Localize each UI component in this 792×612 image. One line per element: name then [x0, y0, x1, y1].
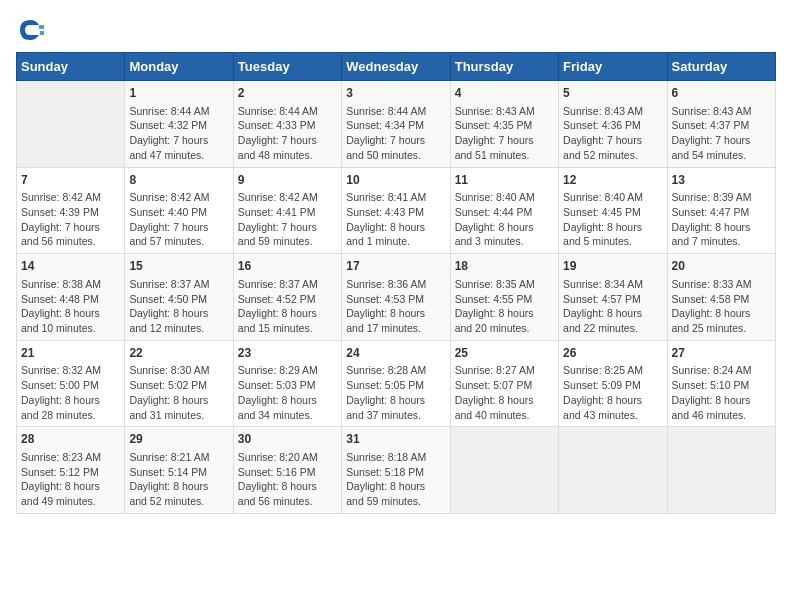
cell-content: Sunrise: 8:36 AM Sunset: 4:53 PM Dayligh… [346, 277, 445, 336]
cell-content: Sunrise: 8:43 AM Sunset: 4:35 PM Dayligh… [455, 104, 554, 163]
day-number: 12 [563, 172, 662, 189]
day-number: 23 [238, 345, 337, 362]
day-number: 3 [346, 85, 445, 102]
calendar-cell: 29Sunrise: 8:21 AM Sunset: 5:14 PM Dayli… [125, 427, 233, 514]
day-number: 11 [455, 172, 554, 189]
calendar-cell: 10Sunrise: 8:41 AM Sunset: 4:43 PM Dayli… [342, 167, 450, 254]
calendar-cell: 23Sunrise: 8:29 AM Sunset: 5:03 PM Dayli… [233, 340, 341, 427]
header-day-monday: Monday [125, 53, 233, 81]
day-number: 17 [346, 258, 445, 275]
calendar-cell: 5Sunrise: 8:43 AM Sunset: 4:36 PM Daylig… [559, 81, 667, 168]
cell-content: Sunrise: 8:35 AM Sunset: 4:55 PM Dayligh… [455, 277, 554, 336]
cell-content: Sunrise: 8:40 AM Sunset: 4:44 PM Dayligh… [455, 190, 554, 249]
calendar-cell: 15Sunrise: 8:37 AM Sunset: 4:50 PM Dayli… [125, 254, 233, 341]
calendar-cell: 6Sunrise: 8:43 AM Sunset: 4:37 PM Daylig… [667, 81, 775, 168]
header-day-sunday: Sunday [17, 53, 125, 81]
calendar-cell [559, 427, 667, 514]
day-number: 5 [563, 85, 662, 102]
cell-content: Sunrise: 8:43 AM Sunset: 4:36 PM Dayligh… [563, 104, 662, 163]
calendar-cell: 27Sunrise: 8:24 AM Sunset: 5:10 PM Dayli… [667, 340, 775, 427]
day-number: 8 [129, 172, 228, 189]
calendar-cell: 16Sunrise: 8:37 AM Sunset: 4:52 PM Dayli… [233, 254, 341, 341]
day-number: 25 [455, 345, 554, 362]
calendar-week-row: 7Sunrise: 8:42 AM Sunset: 4:39 PM Daylig… [17, 167, 776, 254]
calendar-cell: 4Sunrise: 8:43 AM Sunset: 4:35 PM Daylig… [450, 81, 558, 168]
calendar-cell: 13Sunrise: 8:39 AM Sunset: 4:47 PM Dayli… [667, 167, 775, 254]
calendar-cell: 31Sunrise: 8:18 AM Sunset: 5:18 PM Dayli… [342, 427, 450, 514]
cell-content: Sunrise: 8:42 AM Sunset: 4:40 PM Dayligh… [129, 190, 228, 249]
day-number: 21 [21, 345, 120, 362]
cell-content: Sunrise: 8:34 AM Sunset: 4:57 PM Dayligh… [563, 277, 662, 336]
calendar-cell: 21Sunrise: 8:32 AM Sunset: 5:00 PM Dayli… [17, 340, 125, 427]
calendar-cell [667, 427, 775, 514]
day-number: 30 [238, 431, 337, 448]
calendar-week-row: 28Sunrise: 8:23 AM Sunset: 5:12 PM Dayli… [17, 427, 776, 514]
calendar-cell: 26Sunrise: 8:25 AM Sunset: 5:09 PM Dayli… [559, 340, 667, 427]
cell-content: Sunrise: 8:44 AM Sunset: 4:33 PM Dayligh… [238, 104, 337, 163]
day-number: 4 [455, 85, 554, 102]
cell-content: Sunrise: 8:24 AM Sunset: 5:10 PM Dayligh… [672, 363, 771, 422]
day-number: 27 [672, 345, 771, 362]
day-number: 18 [455, 258, 554, 275]
calendar-cell: 9Sunrise: 8:42 AM Sunset: 4:41 PM Daylig… [233, 167, 341, 254]
cell-content: Sunrise: 8:44 AM Sunset: 4:34 PM Dayligh… [346, 104, 445, 163]
cell-content: Sunrise: 8:37 AM Sunset: 4:52 PM Dayligh… [238, 277, 337, 336]
day-number: 13 [672, 172, 771, 189]
cell-content: Sunrise: 8:41 AM Sunset: 4:43 PM Dayligh… [346, 190, 445, 249]
calendar-cell: 24Sunrise: 8:28 AM Sunset: 5:05 PM Dayli… [342, 340, 450, 427]
calendar-cell [450, 427, 558, 514]
day-number: 16 [238, 258, 337, 275]
day-number: 2 [238, 85, 337, 102]
cell-content: Sunrise: 8:18 AM Sunset: 5:18 PM Dayligh… [346, 450, 445, 509]
cell-content: Sunrise: 8:29 AM Sunset: 5:03 PM Dayligh… [238, 363, 337, 422]
cell-content: Sunrise: 8:42 AM Sunset: 4:39 PM Dayligh… [21, 190, 120, 249]
calendar-cell: 12Sunrise: 8:40 AM Sunset: 4:45 PM Dayli… [559, 167, 667, 254]
day-number: 28 [21, 431, 120, 448]
calendar-cell: 19Sunrise: 8:34 AM Sunset: 4:57 PM Dayli… [559, 254, 667, 341]
cell-content: Sunrise: 8:30 AM Sunset: 5:02 PM Dayligh… [129, 363, 228, 422]
cell-content: Sunrise: 8:25 AM Sunset: 5:09 PM Dayligh… [563, 363, 662, 422]
calendar-cell: 2Sunrise: 8:44 AM Sunset: 4:33 PM Daylig… [233, 81, 341, 168]
day-number: 10 [346, 172, 445, 189]
calendar-cell: 18Sunrise: 8:35 AM Sunset: 4:55 PM Dayli… [450, 254, 558, 341]
logo-icon [16, 16, 44, 44]
calendar-cell: 20Sunrise: 8:33 AM Sunset: 4:58 PM Dayli… [667, 254, 775, 341]
day-number: 26 [563, 345, 662, 362]
cell-content: Sunrise: 8:20 AM Sunset: 5:16 PM Dayligh… [238, 450, 337, 509]
calendar-cell: 7Sunrise: 8:42 AM Sunset: 4:39 PM Daylig… [17, 167, 125, 254]
cell-content: Sunrise: 8:33 AM Sunset: 4:58 PM Dayligh… [672, 277, 771, 336]
calendar-cell: 14Sunrise: 8:38 AM Sunset: 4:48 PM Dayli… [17, 254, 125, 341]
day-number: 15 [129, 258, 228, 275]
logo [16, 16, 48, 44]
calendar-cell: 22Sunrise: 8:30 AM Sunset: 5:02 PM Dayli… [125, 340, 233, 427]
calendar-cell: 3Sunrise: 8:44 AM Sunset: 4:34 PM Daylig… [342, 81, 450, 168]
cell-content: Sunrise: 8:27 AM Sunset: 5:07 PM Dayligh… [455, 363, 554, 422]
header-day-saturday: Saturday [667, 53, 775, 81]
cell-content: Sunrise: 8:39 AM Sunset: 4:47 PM Dayligh… [672, 190, 771, 249]
day-number: 24 [346, 345, 445, 362]
header [16, 16, 776, 44]
cell-content: Sunrise: 8:28 AM Sunset: 5:05 PM Dayligh… [346, 363, 445, 422]
cell-content: Sunrise: 8:40 AM Sunset: 4:45 PM Dayligh… [563, 190, 662, 249]
calendar-cell: 11Sunrise: 8:40 AM Sunset: 4:44 PM Dayli… [450, 167, 558, 254]
header-day-tuesday: Tuesday [233, 53, 341, 81]
calendar-cell [17, 81, 125, 168]
cell-content: Sunrise: 8:43 AM Sunset: 4:37 PM Dayligh… [672, 104, 771, 163]
day-number: 31 [346, 431, 445, 448]
cell-content: Sunrise: 8:42 AM Sunset: 4:41 PM Dayligh… [238, 190, 337, 249]
calendar-cell: 30Sunrise: 8:20 AM Sunset: 5:16 PM Dayli… [233, 427, 341, 514]
calendar-header-row: SundayMondayTuesdayWednesdayThursdayFrid… [17, 53, 776, 81]
calendar-week-row: 14Sunrise: 8:38 AM Sunset: 4:48 PM Dayli… [17, 254, 776, 341]
calendar-cell: 17Sunrise: 8:36 AM Sunset: 4:53 PM Dayli… [342, 254, 450, 341]
cell-content: Sunrise: 8:21 AM Sunset: 5:14 PM Dayligh… [129, 450, 228, 509]
day-number: 1 [129, 85, 228, 102]
day-number: 22 [129, 345, 228, 362]
calendar-cell: 25Sunrise: 8:27 AM Sunset: 5:07 PM Dayli… [450, 340, 558, 427]
calendar-cell: 1Sunrise: 8:44 AM Sunset: 4:32 PM Daylig… [125, 81, 233, 168]
cell-content: Sunrise: 8:32 AM Sunset: 5:00 PM Dayligh… [21, 363, 120, 422]
calendar-week-row: 1Sunrise: 8:44 AM Sunset: 4:32 PM Daylig… [17, 81, 776, 168]
day-number: 9 [238, 172, 337, 189]
calendar-cell: 28Sunrise: 8:23 AM Sunset: 5:12 PM Dayli… [17, 427, 125, 514]
day-number: 6 [672, 85, 771, 102]
header-day-friday: Friday [559, 53, 667, 81]
